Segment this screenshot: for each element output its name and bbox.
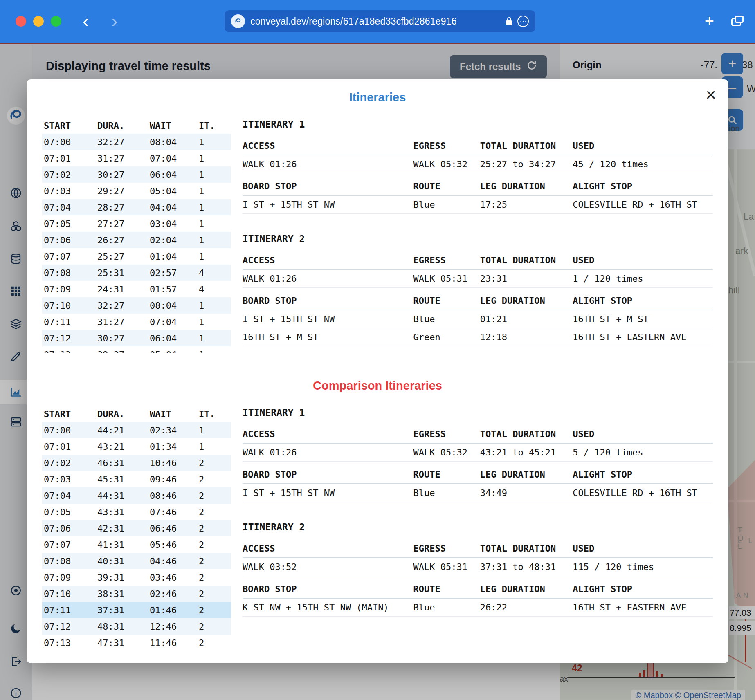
time-row[interactable]: 07:05 27:27 03:04 1 <box>42 215 231 232</box>
time-row[interactable]: 07:06 26:27 02:04 1 <box>42 232 231 248</box>
cell-duration: 45:31 <box>97 474 150 485</box>
time-row[interactable]: 07:04 28:27 04:04 1 <box>42 199 231 215</box>
col-alight-stop: ALIGHT STOP <box>573 469 713 480</box>
time-row[interactable]: 07:10 32:27 08:04 1 <box>42 297 231 314</box>
col-route: ROUTE <box>413 469 480 480</box>
times-body: 07:00 44:21 02:34 1 07:01 43:21 01:34 1 … <box>42 422 231 648</box>
summary-header-row: ACCESS EGRESS TOTAL DURATION USED <box>243 251 713 270</box>
leg-board-stop: I ST + 15TH ST NW <box>243 488 413 498</box>
col-total-duration: TOTAL DURATION <box>480 543 573 554</box>
zoom-window-button[interactable] <box>51 16 61 27</box>
cell-wait: 01:57 <box>150 284 199 294</box>
legs-header-row: BOARD STOP ROUTE LEG DURATION ALIGHT STO… <box>243 292 713 310</box>
leg-row: I ST + 15TH ST NW Blue 01:21 16TH ST + M… <box>243 310 713 328</box>
time-row[interactable]: 07:03 45:31 09:46 2 <box>42 471 231 487</box>
cell-itinerary: 1 <box>199 186 231 196</box>
time-row[interactable]: 07:12 48:31 12:46 2 <box>42 618 231 635</box>
cell-start: 07:13 <box>44 638 97 648</box>
col-alight-stop: ALIGHT STOP <box>573 181 713 191</box>
cell-wait: 10:46 <box>150 458 199 468</box>
col-used: USED <box>573 255 713 265</box>
cell-wait: 02:57 <box>150 268 199 278</box>
used-value: 115 / 120 times <box>573 562 713 572</box>
time-row[interactable]: 07:09 24:31 01:57 4 <box>42 281 231 297</box>
forward-button[interactable]: › <box>111 9 117 33</box>
cell-start: 07:07 <box>44 251 97 262</box>
time-row[interactable]: 07:02 30:27 06:04 1 <box>42 166 231 183</box>
time-row[interactable]: 07:04 44:31 08:46 2 <box>42 487 231 504</box>
cell-duration: 37:31 <box>97 605 150 615</box>
time-row[interactable]: 07:12 30:27 06:04 1 <box>42 330 231 346</box>
access-value: WALK 01:26 <box>243 447 413 458</box>
new-tab-button[interactable]: + <box>705 11 714 30</box>
leg-alight-stop: COLESVILLE RD + 16TH ST <box>573 488 713 498</box>
times-header-row: START DURA. WAIT IT. <box>42 117 231 134</box>
legs-header-row: BOARD STOP ROUTE LEG DURATION ALIGHT STO… <box>243 580 713 599</box>
time-row[interactable]: 07:13 47:31 11:46 2 <box>42 635 231 648</box>
time-row[interactable]: 07:13 29:27 05:04 1 <box>42 346 231 353</box>
time-row[interactable]: 07:07 25:27 01:04 1 <box>42 248 231 265</box>
close-button[interactable]: × <box>706 86 716 104</box>
cell-duration: 38:31 <box>97 589 150 599</box>
time-row[interactable]: 07:09 39:31 03:46 2 <box>42 569 231 586</box>
legs-body: I ST + 15TH ST NW Blue 34:49 COLESVILLE … <box>243 484 713 502</box>
cell-itinerary: 2 <box>199 621 231 632</box>
cell-itinerary: 1 <box>199 170 231 180</box>
time-row[interactable]: 07:03 29:27 05:04 1 <box>42 183 231 199</box>
time-row[interactable]: 07:02 46:31 10:46 2 <box>42 455 231 471</box>
leg-route: Blue <box>413 200 480 210</box>
cell-duration: 29:27 <box>97 186 150 196</box>
time-row[interactable]: 07:07 41:31 05:46 2 <box>42 536 231 553</box>
minimize-window-button[interactable] <box>33 16 44 27</box>
address-bar[interactable]: conveyal.dev/regions/617a18ed33cfbd2861e… <box>225 10 535 32</box>
cell-wait: 08:04 <box>150 137 199 147</box>
col-wait: WAIT <box>150 121 199 131</box>
cell-start: 07:01 <box>44 153 97 164</box>
tab-overview-button[interactable] <box>731 18 741 26</box>
time-row[interactable]: 07:00 32:27 08:04 1 <box>42 134 231 150</box>
comparison-times-table: START DURA. WAIT IT. 07:00 44:21 02:34 1… <box>42 406 231 648</box>
close-window-button[interactable] <box>16 16 26 27</box>
cell-start: 07:11 <box>44 317 97 327</box>
leg-board-stop: 16TH ST + M ST <box>243 332 413 342</box>
time-row[interactable]: 07:01 43:21 01:34 1 <box>42 438 231 455</box>
cell-duration: 39:31 <box>97 572 150 583</box>
time-row[interactable]: 07:08 40:31 04:46 2 <box>42 553 231 569</box>
cell-wait: 02:46 <box>150 589 199 599</box>
cell-wait: 03:46 <box>150 572 199 583</box>
total-duration-value: 43:21 to 45:21 <box>480 447 573 458</box>
cell-itinerary: 2 <box>199 540 231 550</box>
modal-title: Itineraries <box>42 91 713 104</box>
cell-start: 07:11 <box>44 605 97 615</box>
itinerary-name: ITINERARY 1 <box>243 119 713 130</box>
time-row[interactable]: 07:11 37:31 01:46 2 <box>42 602 231 618</box>
cell-itinerary: 2 <box>199 507 231 517</box>
time-row[interactable]: 07:01 31:27 07:04 1 <box>42 150 231 166</box>
summary-header-row: ACCESS EGRESS TOTAL DURATION USED <box>243 540 713 558</box>
summary-row: WALK 01:26 WALK 05:32 43:21 to 45:21 5 /… <box>243 444 713 462</box>
time-row[interactable]: 07:10 38:31 02:46 2 <box>42 586 231 602</box>
time-row[interactable]: 07:08 25:31 02:57 4 <box>42 265 231 281</box>
cell-start: 07:10 <box>44 301 97 311</box>
itinerary-block: ITINERARY 1 ACCESS EGRESS TOTAL DURATION… <box>243 407 713 502</box>
cell-duration: 29:27 <box>97 350 150 353</box>
comparison-title: Comparison Itineraries <box>42 379 713 393</box>
col-alight-stop: ALIGHT STOP <box>573 584 713 594</box>
cell-start: 07:03 <box>44 474 97 485</box>
leg-alight-stop: 16TH ST + EASTERN AVE <box>573 332 713 342</box>
time-row[interactable]: 07:05 43:31 07:46 2 <box>42 504 231 520</box>
total-duration-value: 25:27 to 34:27 <box>480 159 573 169</box>
more-options-icon[interactable]: ⋯ <box>517 16 529 27</box>
cell-duration: 28:27 <box>97 202 150 213</box>
cell-itinerary: 4 <box>199 268 231 278</box>
cell-duration: 30:27 <box>97 333 150 343</box>
back-button[interactable]: ‹ <box>83 9 89 33</box>
cell-wait: 07:04 <box>150 153 199 164</box>
time-row[interactable]: 07:00 44:21 02:34 1 <box>42 422 231 438</box>
cell-itinerary: 2 <box>199 491 231 501</box>
cell-duration: 30:27 <box>97 170 150 180</box>
time-row[interactable]: 07:11 31:27 07:04 1 <box>42 314 231 330</box>
cell-duration: 25:27 <box>97 251 150 262</box>
col-board-stop: BOARD STOP <box>243 469 413 480</box>
time-row[interactable]: 07:06 42:31 06:46 2 <box>42 520 231 536</box>
